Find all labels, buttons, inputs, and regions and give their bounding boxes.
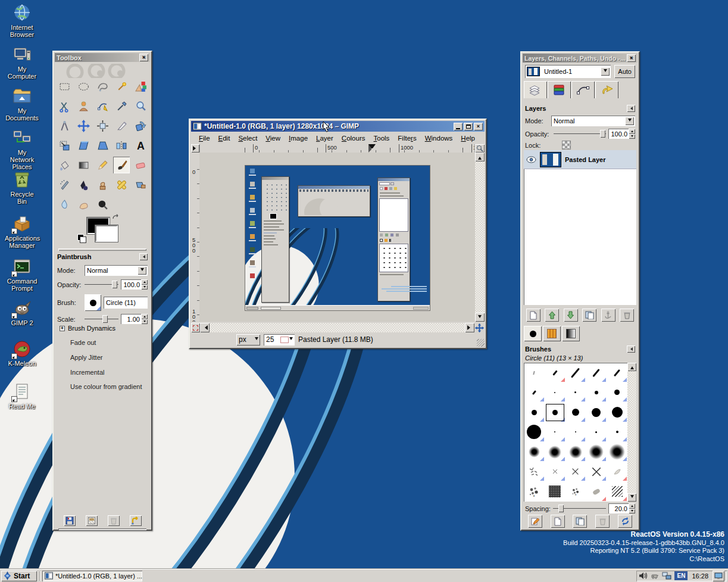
new-layer-button[interactable] <box>526 309 540 322</box>
scroll-down-icon[interactable] <box>475 313 485 322</box>
brush-cell[interactable] <box>524 382 545 402</box>
brush-cell[interactable] <box>545 462 565 481</box>
scale-slider[interactable] <box>85 315 118 323</box>
collapse-arrow-icon[interactable] <box>627 346 635 353</box>
raise-layer-button[interactable] <box>545 309 559 322</box>
tab-brushes[interactable] <box>524 326 542 341</box>
tool-shear[interactable] <box>75 137 92 154</box>
brush-cell[interactable] <box>524 403 545 422</box>
tool-color-picker[interactable] <box>113 98 130 114</box>
vertical-scrollbar[interactable] <box>475 152 485 322</box>
dock-separator-handle[interactable] <box>58 248 146 251</box>
tab-paths[interactable] <box>571 81 595 98</box>
brush-cell[interactable] <box>607 442 627 462</box>
opacity-spinner[interactable]: 100.0 <box>121 279 148 290</box>
tool-ellipse-select[interactable] <box>75 78 92 95</box>
brush-cell[interactable] <box>586 482 607 502</box>
menu-arrow-button[interactable] <box>191 144 199 152</box>
brush-cell[interactable]: + <box>565 482 586 502</box>
opacity-slider[interactable] <box>85 280 118 289</box>
brush-cell[interactable] <box>545 403 565 422</box>
tool-rotate[interactable] <box>132 117 149 134</box>
minimize-icon[interactable] <box>454 123 463 130</box>
brush-cell[interactable] <box>565 422 586 442</box>
brush-cell[interactable]: + <box>524 482 545 502</box>
brush-cell[interactable] <box>545 442 565 462</box>
brush-cell[interactable] <box>607 462 627 481</box>
maximize-icon[interactable] <box>464 123 473 130</box>
tool-align[interactable] <box>94 117 111 134</box>
tool-fuzzy-select[interactable] <box>113 78 130 95</box>
brush-cell[interactable] <box>586 403 607 422</box>
use-colour-from-gradient-option[interactable]: Use colour from gradient <box>70 383 142 390</box>
zoom-follow-window-toggle[interactable] <box>475 144 485 152</box>
unit-dropdown[interactable]: px <box>236 334 260 346</box>
brush-cell[interactable] <box>607 382 627 402</box>
tool-eraser[interactable] <box>132 157 149 173</box>
desktop-icon-k-meleon[interactable]: K-Meleon <box>5 340 39 367</box>
close-icon[interactable]: × <box>627 54 636 62</box>
layer-row-pasted-layer[interactable]: Pasted Layer <box>524 150 636 169</box>
save-options-button[interactable] <box>64 515 76 526</box>
tab-patterns[interactable] <box>543 326 561 341</box>
desktop-icon-my-documents[interactable]: My Documents <box>5 87 39 122</box>
brush-cell[interactable] <box>545 382 565 402</box>
brush-cell[interactable] <box>565 462 586 481</box>
brush-cell[interactable] <box>565 442 586 462</box>
auto-button[interactable]: Auto <box>614 65 635 78</box>
menu-colours[interactable]: Colours <box>338 133 370 143</box>
tool-crop[interactable] <box>113 117 130 134</box>
brush-cell[interactable] <box>586 363 607 382</box>
brush-cell[interactable] <box>524 442 545 462</box>
brush-cell[interactable] <box>607 363 627 382</box>
tool-scale[interactable] <box>56 137 73 154</box>
brush-cell[interactable] <box>524 422 545 442</box>
spacing-slider[interactable] <box>553 504 606 513</box>
brush-cell[interactable] <box>586 422 607 442</box>
edit-brush-button[interactable] <box>528 515 542 528</box>
horizontal-ruler[interactable]: 0 500 1000 1500 <box>199 144 475 152</box>
desktop-icon-internet-browser[interactable]: Internet Browser <box>5 4 39 38</box>
menu-edit[interactable]: Edit <box>214 133 235 143</box>
tool-smudge[interactable] <box>75 196 92 213</box>
tool-move[interactable] <box>75 117 92 134</box>
tool-paintbrush[interactable] <box>113 157 130 173</box>
close-icon[interactable]: × <box>139 54 148 61</box>
menu-help[interactable]: Help <box>457 133 479 143</box>
spacing-spinner[interactable]: 20.0 <box>608 503 635 513</box>
menu-view[interactable]: View <box>261 133 285 143</box>
tool-bucket-fill[interactable] <box>56 157 73 173</box>
tool-perspective-clone[interactable] <box>132 176 149 193</box>
lock-alpha-toggle[interactable] <box>562 141 571 150</box>
tool-dodge-burn[interactable] <box>94 196 111 213</box>
menu-tools[interactable]: Tools <box>369 133 393 143</box>
brush-cell[interactable] <box>586 382 607 402</box>
brush-preview-button[interactable] <box>85 294 101 311</box>
brush-name-entry[interactable]: Circle (11) <box>104 297 148 309</box>
collapse-arrow-icon[interactable] <box>627 105 635 112</box>
tab-gradients[interactable] <box>562 326 580 341</box>
brush-cell[interactable] <box>545 363 565 382</box>
brush-cell[interactable] <box>607 422 627 442</box>
taskbar-clock[interactable]: 16:28 <box>690 572 710 580</box>
tool-free-select[interactable] <box>94 78 111 95</box>
lower-layer-button[interactable] <box>564 309 578 322</box>
tool-clone[interactable] <box>94 176 111 193</box>
duplicate-layer-button[interactable] <box>582 309 596 322</box>
anchor-layer-button[interactable] <box>601 309 615 322</box>
image-selector-dropdown[interactable]: Untitled-1 <box>525 65 611 78</box>
desktop-icon-applications-manager[interactable]: Applications Manager <box>5 214 39 249</box>
brush-cell[interactable] <box>545 422 565 442</box>
desktop-icon-gimp-2[interactable]: GIMP 2 <box>5 299 39 326</box>
start-button[interactable]: Start <box>1 571 37 581</box>
show-desktop-button[interactable] <box>713 571 724 581</box>
tool-select-by-color[interactable] <box>132 78 149 95</box>
collapse-arrow-icon[interactable] <box>139 253 148 260</box>
desktop-icon-my-network-places[interactable]: My Network Places <box>5 129 39 170</box>
tab-channels[interactable] <box>548 81 571 98</box>
menu-windows[interactable]: Windows <box>421 133 457 143</box>
menu-file[interactable]: File <box>195 133 214 143</box>
duplicate-brush-button[interactable] <box>573 515 587 528</box>
tool-scissors-select[interactable] <box>56 98 73 114</box>
fade-out-option[interactable]: Fade out <box>70 339 96 346</box>
